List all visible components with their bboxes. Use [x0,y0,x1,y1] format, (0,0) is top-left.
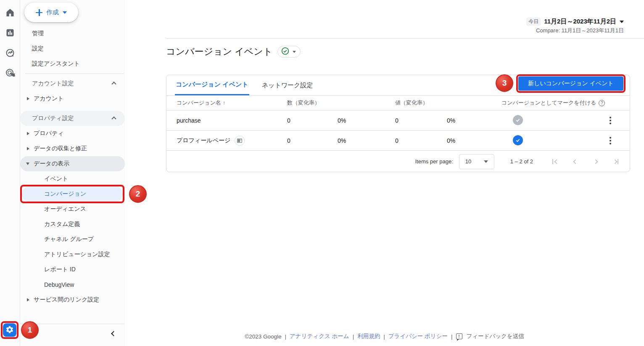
sidebar-item-property[interactable]: プロパティ [20,126,125,141]
chevron-down-icon [620,21,624,23]
expand-right-icon [27,298,29,301]
footer-link-terms[interactable]: 利用規約 [357,333,380,340]
footer-link-analytics-home[interactable]: アナリティクス ホーム [290,333,349,340]
check-icon [513,115,523,125]
previous-page-icon[interactable] [572,158,579,165]
help-icon[interactable] [599,100,605,106]
send-feedback-link[interactable]: フィードバックを送信 [467,333,524,340]
annotation-step3-badge: 3 [496,74,513,92]
check-icon [513,135,523,145]
created-event-icon [235,136,245,146]
new-conversion-event-button[interactable]: 新しいコンバージョン イベント [518,76,623,91]
col-header-mark: コンバージョンとしてマークを付ける [501,99,607,107]
green-check-icon [281,47,289,56]
sidebar-item-events[interactable]: イベント [20,171,125,186]
next-page-icon[interactable] [592,158,599,165]
last-page-icon[interactable] [612,158,620,165]
chevron-down-icon [293,51,296,53]
sort-ascending-icon: ↑ [223,100,226,106]
footer: ©2023 Google | アナリティクス ホーム | 利用規約 | プライバ… [125,333,644,340]
status-badge[interactable] [277,46,301,58]
sidebar-item-settei[interactable]: 設定 [20,41,125,56]
chevron-up-icon [111,116,116,121]
sidebar-item-channel-groups[interactable]: チャネル グループ [20,232,125,247]
sidebar-section-account-settings[interactable]: アカウント設定 [20,76,125,91]
first-page-icon[interactable] [552,158,559,165]
expand-down-icon [26,163,29,165]
sidebar-section-property-settings[interactable]: プロパティ設定 [20,111,125,126]
admin-sidebar: 作成 管理 設定 設定アシスタント アカウント設定 アカウント プロパティ設定 … [20,0,125,346]
sidebar-item-report-id[interactable]: レポート ID [20,262,125,277]
row-menu-icon[interactable] [607,115,614,126]
compare-range-text: Compare: 11月1日～2023年11月1日 [526,27,624,34]
col-header-name[interactable]: コンバージョン名↑ [177,99,287,107]
sidebar-item-conversions[interactable]: コンバージョン [22,186,123,202]
gear-icon [5,325,14,335]
sidebar-item-debugview[interactable]: DebugView [20,277,125,292]
create-button-label: 作成 [46,8,59,16]
event-name: purchase [177,117,287,124]
today-chip: 今日 [526,18,541,26]
expand-right-icon [27,97,29,100]
page-range-text: 1 – 2 of 2 [510,158,533,165]
sidebar-item-kanri[interactable]: 管理 [20,26,125,41]
collapse-sidebar-icon[interactable] [111,331,116,336]
admin-settings-button[interactable] [3,323,16,337]
table-row: プロフィールページ 0 0% 0 0% [166,131,630,151]
chevron-up-icon [111,81,116,86]
count-value: 0 [287,117,338,124]
home-icon[interactable] [5,8,15,18]
sidebar-item-audiences[interactable]: オーディエンス [20,202,125,217]
pagination-bar: Items per page: 10 1 – 2 of 2 [166,151,630,172]
sidebar-item-custom-definitions[interactable]: カスタム定義 [20,217,125,232]
copyright-text: ©2023 Google [245,333,281,340]
value-value: 0 [395,137,447,144]
reports-icon[interactable] [5,28,15,38]
advertising-icon[interactable] [5,68,15,78]
count-value: 0 [287,137,338,144]
col-header-count[interactable]: 数（変化率） [287,99,395,107]
plus-icon [36,9,42,16]
header-divider [166,38,644,39]
row-menu-icon[interactable] [607,135,614,146]
table-header-row: コンバージョン名↑ 数（変化率） 値（変化率） コンバージョンとしてマークを付け… [166,96,630,110]
expand-right-icon [27,132,29,135]
tab-conversion-events[interactable]: コンバージョン イベント [175,75,249,95]
sidebar-item-product-links[interactable]: サービス間のリンク設定 [20,292,125,307]
value-value: 0 [395,117,447,124]
annotation-step1-badge: 1 [21,321,39,339]
explore-icon[interactable] [5,48,15,58]
date-range-text: 11月2日～2023年11月2日 [544,18,616,26]
event-name: プロフィールページ [177,137,230,144]
sidebar-divider [25,73,124,74]
date-range-picker[interactable]: 今日 11月2日～2023年11月2日 Compare: 11月1日～2023年… [526,18,624,34]
sidebar-item-setup-assistant[interactable]: 設定アシスタント [20,56,125,71]
expand-right-icon [27,147,29,150]
feedback-icon [456,333,462,339]
sidebar-item-attribution-settings[interactable]: アトリビューション設定 [20,247,125,262]
count-change: 0% [338,137,395,144]
value-change: 0% [447,137,501,144]
footer-link-privacy[interactable]: プライバシー ポリシー [388,333,448,340]
sidebar-item-data-collection[interactable]: データの収集と修正 [20,141,125,156]
items-per-page-label: Items per page: [415,158,453,165]
page-title: コンバージョン イベント [166,45,272,58]
sidebar-item-data-display[interactable]: データの表示 [20,156,125,171]
table-row: purchase 0 0% 0 0% [166,110,630,131]
create-button[interactable]: 作成 [24,3,78,22]
conversion-events-card: コンバージョン イベント ネットワーク設定 新しいコンバージョン イベント 3 … [166,75,630,172]
chevron-down-icon [484,160,488,163]
sidebar-item-account[interactable]: アカウント [20,91,125,106]
count-change: 0% [338,117,395,124]
col-header-value[interactable]: 値（変化率） [395,99,501,107]
items-per-page-select[interactable]: 10 [459,154,494,169]
tab-network-settings[interactable]: ネットワーク設定 [261,75,314,95]
annotation-step2-badge: 2 [129,185,147,203]
app-icon-rail [0,0,20,346]
chevron-down-icon [63,11,67,14]
value-change: 0% [447,117,501,124]
